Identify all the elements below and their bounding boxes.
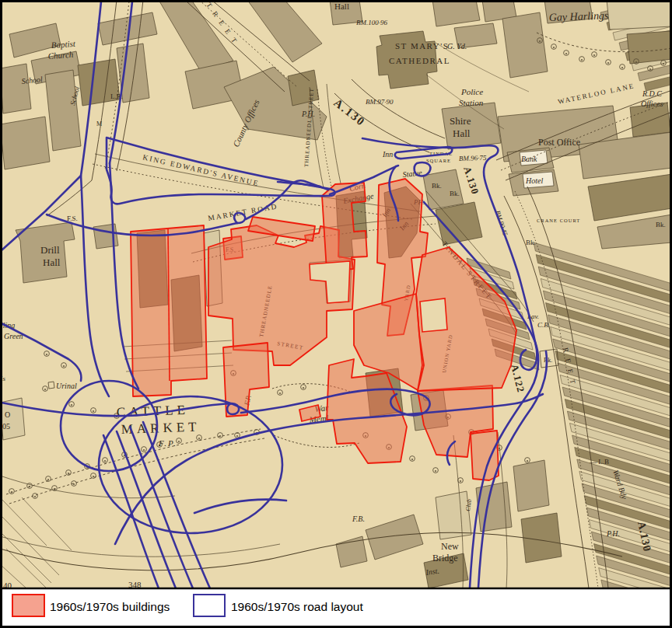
legend-swatch-buildings (12, 595, 44, 616)
tree-icon (460, 480, 461, 482)
map-label: Urinal (56, 382, 77, 390)
map-label: Post Office (538, 137, 580, 148)
map-label: BM.97·90 (366, 98, 394, 106)
map-label: M (96, 120, 102, 127)
tree-icon (71, 404, 72, 406)
building-block (627, 31, 672, 64)
map-label: Gay Harlings (549, 9, 610, 23)
map-label: F.S. (67, 215, 78, 222)
map-label: G. Yd. (447, 42, 467, 51)
map-label: Bk. (450, 190, 460, 197)
tree-icon (29, 486, 30, 487)
map-label: Bk. (544, 357, 552, 364)
tree-icon (219, 435, 221, 437)
tree-icon (93, 410, 94, 412)
map-label: R.D.C (642, 89, 662, 98)
map-label: Hall (453, 127, 471, 139)
tree-icon (46, 354, 47, 355)
tree-icon (44, 389, 46, 390)
tree-icon (581, 59, 583, 61)
tree-icon (621, 67, 623, 68)
map-label: Bank (521, 155, 537, 163)
map-label: 05 (2, 422, 10, 431)
map-label: O (5, 410, 10, 419)
map-label: Offices (641, 99, 663, 108)
tree-icon (553, 47, 555, 48)
building-block (502, 12, 548, 78)
tree-icon (104, 460, 106, 462)
map-label: Station (459, 98, 484, 107)
map-label: CRANE COURT (537, 218, 580, 223)
map-label: Baptist (51, 39, 76, 50)
map-label: Drill (40, 244, 60, 256)
tree-icon (68, 473, 69, 474)
tree-icon (54, 488, 55, 490)
tree-icon (435, 470, 436, 472)
map-label: New (441, 541, 459, 552)
tree-icon (303, 387, 304, 389)
map-label: Hall (43, 256, 61, 268)
map-label: Bk. (526, 239, 536, 246)
tree-icon (663, 63, 664, 65)
map-label: F.B. (352, 515, 365, 523)
map-label: Shire (450, 115, 471, 127)
tree-icon (527, 460, 528, 462)
building-block (513, 460, 549, 511)
tree-icon (236, 435, 238, 437)
tree-icon (198, 438, 200, 439)
legend-label-roads: 1960s/1970s road layout (231, 600, 363, 613)
tree-icon (607, 62, 609, 64)
building-block (607, 0, 672, 30)
building-block (0, 117, 50, 169)
map-label: P.H. (301, 110, 315, 118)
map-label: Hotel (525, 176, 543, 185)
tree-icon (47, 479, 49, 480)
map-label: Police (460, 87, 483, 96)
tree-icon (143, 449, 145, 451)
map-label: P.H. (606, 529, 620, 538)
map-label: C.B. (537, 321, 550, 329)
legend-label-buildings: 1960s/1970s buildings (50, 600, 170, 613)
tree-icon (34, 496, 36, 497)
building-block (0, 64, 31, 113)
map-label: ST MARY'S (395, 41, 449, 51)
legend-swatch-roads (194, 595, 225, 616)
tree-icon (539, 40, 541, 42)
tree-icon (93, 476, 94, 477)
tree-icon (411, 459, 413, 460)
map-layers: Gay HarlingsHallBM.100·96ST MARY'SG. Yd.… (0, 0, 672, 628)
tree-icon (649, 68, 651, 70)
map-label: BM.100·96 (356, 19, 387, 26)
map-label: BM.96·75 (459, 154, 487, 162)
tree-icon (11, 491, 12, 493)
tree-icon (73, 483, 75, 485)
map-label: F.P. (158, 438, 177, 448)
map-label: Church (47, 50, 74, 61)
tree-icon (593, 54, 595, 56)
map-label: Bridge (432, 553, 458, 563)
map-label: Inn (382, 150, 393, 159)
legend: 1960s/1970s buildings 1960s/1970s road l… (0, 588, 672, 625)
tree-icon (565, 53, 567, 54)
map-label: — L.B (589, 458, 609, 466)
tree-icon (279, 392, 281, 394)
tree-icon (178, 441, 180, 442)
map-label: CATHEDRAL (389, 56, 450, 65)
overlay-building-hole (420, 298, 447, 332)
map-figure: Gay HarlingsHallBM.100·96ST MARY'SG. Yd.… (0, 0, 672, 628)
map-label: Hall (334, 2, 349, 11)
tree-icon (63, 365, 65, 367)
map-label: SQUARE (426, 158, 451, 163)
tree-icon (499, 448, 500, 449)
historic-map: Gay HarlingsHallBM.100·96ST MARY'SG. Yd.… (0, 0, 672, 628)
map-label: Bk. (656, 221, 666, 229)
map-label: Bk. (432, 182, 442, 190)
tree-icon (635, 61, 637, 63)
